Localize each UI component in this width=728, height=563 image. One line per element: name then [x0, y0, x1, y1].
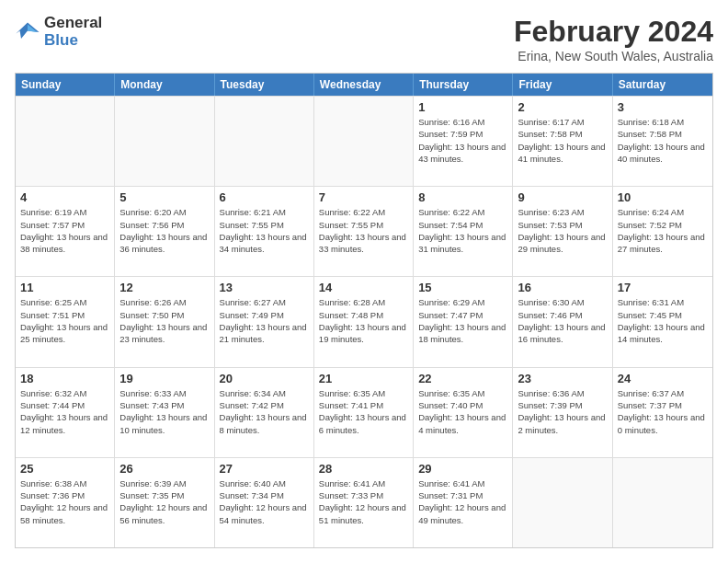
day-number: 11: [20, 281, 109, 294]
day-info: Sunrise: 6:18 AM Sunset: 7:58 PM Dayligh…: [618, 116, 708, 165]
calendar-cell-r4-c2: 27Sunrise: 6:40 AM Sunset: 7:34 PM Dayli…: [215, 458, 314, 547]
day-number: 22: [418, 372, 507, 385]
header-wednesday: Wednesday: [314, 74, 414, 96]
day-info: Sunrise: 6:35 AM Sunset: 7:40 PM Dayligh…: [418, 387, 507, 436]
calendar-cell-r1-c2: 6Sunrise: 6:21 AM Sunset: 7:55 PM Daylig…: [215, 187, 314, 276]
calendar-cell-r4-c3: 28Sunrise: 6:41 AM Sunset: 7:33 PM Dayli…: [314, 458, 414, 547]
day-number: 2: [518, 100, 607, 114]
day-info: Sunrise: 6:21 AM Sunset: 7:55 PM Dayligh…: [220, 206, 309, 255]
calendar-cell-r3-c5: 23Sunrise: 6:36 AM Sunset: 7:39 PM Dayli…: [513, 368, 612, 457]
logo-icon: [15, 19, 40, 45]
day-info: Sunrise: 6:26 AM Sunset: 7:50 PM Dayligh…: [119, 296, 209, 345]
calendar-row-1: 4Sunrise: 6:19 AM Sunset: 7:57 PM Daylig…: [16, 186, 712, 276]
calendar-cell-r0-c3: [314, 97, 414, 186]
calendar-cell-r4-c0: 25Sunrise: 6:38 AM Sunset: 7:36 PM Dayli…: [16, 458, 115, 547]
header-thursday: Thursday: [414, 74, 513, 96]
calendar-cell-r2-c4: 15Sunrise: 6:29 AM Sunset: 7:47 PM Dayli…: [414, 277, 513, 366]
subtitle: Erina, New South Wales, Australia: [514, 49, 713, 63]
day-info: Sunrise: 6:40 AM Sunset: 7:34 PM Dayligh…: [220, 477, 309, 526]
title-block: February 2024 Erina, New South Wales, Au…: [514, 15, 713, 63]
day-info: Sunrise: 6:19 AM Sunset: 7:57 PM Dayligh…: [20, 206, 109, 255]
calendar-cell-r0-c4: 1Sunrise: 6:16 AM Sunset: 7:59 PM Daylig…: [414, 97, 513, 186]
day-info: Sunrise: 6:36 AM Sunset: 7:39 PM Dayligh…: [518, 387, 607, 436]
calendar-cell-r0-c5: 2Sunrise: 6:17 AM Sunset: 7:58 PM Daylig…: [513, 97, 612, 186]
day-info: Sunrise: 6:39 AM Sunset: 7:35 PM Dayligh…: [119, 477, 209, 526]
day-info: Sunrise: 6:33 AM Sunset: 7:43 PM Dayligh…: [119, 387, 209, 436]
calendar-cell-r2-c0: 11Sunrise: 6:25 AM Sunset: 7:51 PM Dayli…: [16, 277, 115, 366]
day-info: Sunrise: 6:30 AM Sunset: 7:46 PM Dayligh…: [518, 296, 607, 345]
day-number: 27: [220, 462, 309, 476]
day-info: Sunrise: 6:41 AM Sunset: 7:33 PM Dayligh…: [319, 477, 408, 526]
day-number: 4: [20, 190, 109, 204]
page: General Blue February 2024 Erina, New So…: [0, 0, 728, 563]
calendar-cell-r3-c6: 24Sunrise: 6:37 AM Sunset: 7:37 PM Dayli…: [613, 368, 712, 457]
day-info: Sunrise: 6:37 AM Sunset: 7:37 PM Dayligh…: [618, 387, 708, 436]
day-number: 24: [618, 372, 708, 385]
day-info: Sunrise: 6:24 AM Sunset: 7:52 PM Dayligh…: [618, 206, 708, 255]
day-number: 10: [618, 190, 708, 204]
day-number: 28: [319, 462, 408, 476]
calendar-cell-r3-c1: 19Sunrise: 6:33 AM Sunset: 7:43 PM Dayli…: [115, 368, 214, 457]
calendar-cell-r0-c1: [115, 97, 214, 186]
calendar-cell-r0-c0: [16, 97, 115, 186]
day-number: 18: [20, 372, 109, 385]
day-info: Sunrise: 6:29 AM Sunset: 7:47 PM Dayligh…: [418, 296, 507, 345]
day-number: 8: [418, 190, 507, 204]
day-info: Sunrise: 6:23 AM Sunset: 7:53 PM Dayligh…: [518, 206, 607, 255]
calendar-cell-r1-c3: 7Sunrise: 6:22 AM Sunset: 7:55 PM Daylig…: [314, 187, 414, 276]
day-number: 17: [618, 281, 708, 294]
header-tuesday: Tuesday: [215, 74, 314, 96]
day-number: 21: [319, 372, 408, 385]
main-title: February 2024: [514, 15, 713, 49]
day-number: 14: [319, 281, 408, 294]
day-number: 29: [418, 462, 507, 476]
header-sunday: Sunday: [16, 74, 115, 96]
calendar-cell-r3-c2: 20Sunrise: 6:34 AM Sunset: 7:42 PM Dayli…: [215, 368, 314, 457]
day-number: 13: [220, 281, 309, 294]
day-info: Sunrise: 6:16 AM Sunset: 7:59 PM Dayligh…: [418, 116, 507, 165]
calendar-cell-r2-c1: 12Sunrise: 6:26 AM Sunset: 7:50 PM Dayli…: [115, 277, 214, 366]
calendar-cell-r0-c6: 3Sunrise: 6:18 AM Sunset: 7:58 PM Daylig…: [613, 97, 712, 186]
day-number: 5: [119, 190, 209, 204]
logo: General Blue: [15, 15, 102, 49]
day-number: 16: [518, 281, 607, 294]
day-info: Sunrise: 6:28 AM Sunset: 7:48 PM Dayligh…: [319, 296, 408, 345]
day-info: Sunrise: 6:38 AM Sunset: 7:36 PM Dayligh…: [20, 477, 109, 526]
day-number: 15: [418, 281, 507, 294]
calendar-cell-r0-c2: [215, 97, 314, 186]
header-monday: Monday: [115, 74, 214, 96]
calendar-body: 1Sunrise: 6:16 AM Sunset: 7:59 PM Daylig…: [16, 96, 712, 547]
calendar-header: Sunday Monday Tuesday Wednesday Thursday…: [16, 74, 712, 96]
calendar-cell-r2-c3: 14Sunrise: 6:28 AM Sunset: 7:48 PM Dayli…: [314, 277, 414, 366]
day-info: Sunrise: 6:27 AM Sunset: 7:49 PM Dayligh…: [220, 296, 309, 345]
header-saturday: Saturday: [613, 74, 712, 96]
day-info: Sunrise: 6:20 AM Sunset: 7:56 PM Dayligh…: [119, 206, 209, 255]
calendar-row-4: 25Sunrise: 6:38 AM Sunset: 7:36 PM Dayli…: [16, 457, 712, 547]
calendar-cell-r4-c6: [613, 458, 712, 547]
calendar-cell-r4-c4: 29Sunrise: 6:41 AM Sunset: 7:31 PM Dayli…: [414, 458, 513, 547]
calendar-cell-r3-c0: 18Sunrise: 6:32 AM Sunset: 7:44 PM Dayli…: [16, 368, 115, 457]
calendar-cell-r4-c1: 26Sunrise: 6:39 AM Sunset: 7:35 PM Dayli…: [115, 458, 214, 547]
day-number: 7: [319, 190, 408, 204]
header-friday: Friday: [513, 74, 612, 96]
calendar-cell-r1-c4: 8Sunrise: 6:22 AM Sunset: 7:54 PM Daylig…: [414, 187, 513, 276]
calendar: Sunday Monday Tuesday Wednesday Thursday…: [15, 73, 713, 548]
calendar-cell-r2-c5: 16Sunrise: 6:30 AM Sunset: 7:46 PM Dayli…: [513, 277, 612, 366]
day-number: 25: [20, 462, 109, 476]
calendar-cell-r4-c5: [513, 458, 612, 547]
calendar-row-2: 11Sunrise: 6:25 AM Sunset: 7:51 PM Dayli…: [16, 276, 712, 366]
calendar-cell-r2-c2: 13Sunrise: 6:27 AM Sunset: 7:49 PM Dayli…: [215, 277, 314, 366]
day-info: Sunrise: 6:25 AM Sunset: 7:51 PM Dayligh…: [20, 296, 109, 345]
day-number: 3: [618, 100, 708, 114]
day-number: 23: [518, 372, 607, 385]
day-number: 19: [119, 372, 209, 385]
day-number: 26: [119, 462, 209, 476]
day-number: 20: [220, 372, 309, 385]
calendar-row-0: 1Sunrise: 6:16 AM Sunset: 7:59 PM Daylig…: [16, 96, 712, 186]
day-number: 12: [119, 281, 209, 294]
calendar-cell-r1-c5: 9Sunrise: 6:23 AM Sunset: 7:53 PM Daylig…: [513, 187, 612, 276]
calendar-cell-r3-c3: 21Sunrise: 6:35 AM Sunset: 7:41 PM Dayli…: [314, 368, 414, 457]
day-info: Sunrise: 6:34 AM Sunset: 7:42 PM Dayligh…: [220, 387, 309, 436]
day-info: Sunrise: 6:32 AM Sunset: 7:44 PM Dayligh…: [20, 387, 109, 436]
calendar-cell-r3-c4: 22Sunrise: 6:35 AM Sunset: 7:40 PM Dayli…: [414, 368, 513, 457]
